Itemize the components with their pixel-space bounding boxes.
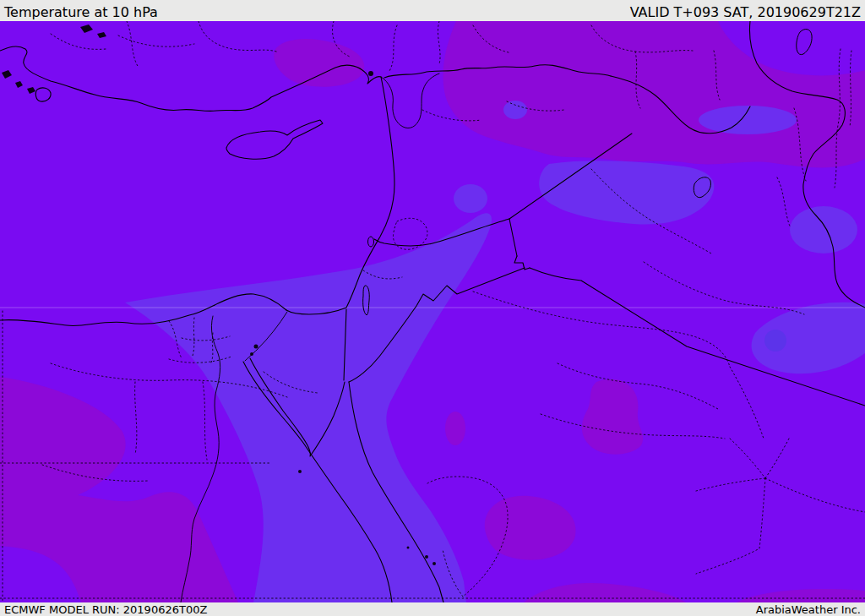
temp-region-ne-ellipse1 <box>699 106 797 134</box>
model-run-label: ECMWF MODEL RUN: 20190626T00Z <box>4 603 207 616</box>
header-bar: Temperature at 10 hPa VALID T+093 SAT, 2… <box>0 0 865 21</box>
island <box>425 555 428 559</box>
island <box>407 547 410 549</box>
valid-time-label: VALID T+093 SAT, 20190629T21Z <box>630 4 861 20</box>
island <box>432 562 436 565</box>
bitter-lake <box>250 352 253 356</box>
island <box>298 470 302 473</box>
temp-region-turkey-spot <box>503 101 527 119</box>
bitter-lake <box>254 345 258 349</box>
temp-region-cool-core <box>764 330 786 352</box>
temp-region-ne-ellipse2 <box>790 206 857 253</box>
map-canvas <box>0 0 865 616</box>
lake-anatolia-small <box>368 71 373 76</box>
weather-map-screen: Temperature at 10 hPa VALID T+093 SAT, 2… <box>0 0 865 616</box>
temp-region-small-blob <box>445 412 465 445</box>
page-title: Temperature at 10 hPa <box>4 4 158 20</box>
temp-region-syria-spot <box>454 184 487 213</box>
footer-bar: ECMWF MODEL RUN: 20190626T00Z ArabiaWeat… <box>0 602 865 616</box>
provider-label: ArabiaWeather Inc. <box>756 603 861 616</box>
